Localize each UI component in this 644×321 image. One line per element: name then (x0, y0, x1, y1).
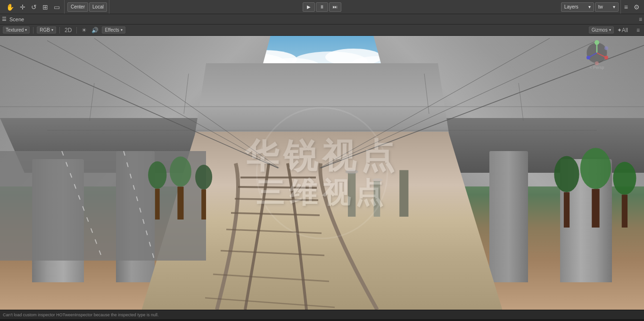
play-button[interactable]: ▶ (303, 2, 315, 12)
rgb-label: RGB (40, 27, 50, 33)
rgb-dropdown[interactable]: RGB ▾ (37, 26, 56, 34)
effects-arrow-icon: ▾ (121, 28, 123, 32)
gizmos-arrow-icon: ▾ (609, 28, 611, 32)
textured-arrow-icon: ▾ (25, 28, 27, 32)
gizmos-dropdown[interactable]: Gizmos ▾ (589, 26, 614, 34)
effects-label: Effects (105, 27, 119, 33)
rail-platform (142, 132, 503, 310)
gizmo-widget: y < Persp (583, 40, 611, 68)
textured-dropdown[interactable]: Textured ▾ (3, 26, 30, 34)
scene-viewport[interactable]: 华锐视点 三维视点 y < Persp (0, 36, 644, 310)
svg-point-58 (604, 46, 608, 50)
expand-button[interactable]: ≡ (622, 2, 630, 12)
main-toolbar: ✋ ✛ ↺ ⊞ ▭ Center Local ▶ ⏸ ⏭ Layers ▾ tw… (0, 0, 644, 14)
sun-button[interactable]: ☀ (80, 26, 88, 34)
pillar-left-1 (32, 159, 83, 282)
status-bar: Can't load custom inspector HOTweenInspe… (0, 310, 644, 319)
separator-2 (59, 27, 60, 34)
scene-toolbar: Textured ▾ RGB ▾ 2D ☀ 🔊 Effects ▾ Gizmos… (0, 25, 644, 36)
center-button[interactable]: Center (67, 2, 88, 12)
layers-label: Layers (564, 4, 578, 9)
svg-text:y: y (595, 41, 597, 45)
all-button[interactable]: ✦All (616, 26, 629, 34)
move-tool-button[interactable]: ✛ (17, 2, 28, 12)
pillar-left-2 (116, 151, 155, 282)
gizmo-svg: y (583, 40, 611, 68)
audio-button[interactable]: 🔊 (90, 26, 100, 34)
transform-tools-group: ✋ ✛ ↺ ⊞ ▭ (2, 0, 65, 14)
separator-1 (33, 27, 33, 34)
svg-point-56 (586, 56, 590, 59)
hand-tool-button[interactable]: ✋ (4, 2, 17, 12)
scene-title: Scene (9, 17, 24, 22)
textured-label: Textured (6, 27, 24, 33)
settings-button[interactable]: ⚙ (631, 2, 642, 12)
rect-tool-button[interactable]: ▭ (51, 2, 62, 12)
effects-dropdown[interactable]: Effects ▾ (102, 26, 125, 34)
scale-tool-button[interactable]: ⊞ (40, 2, 50, 12)
scene-title-bar: ☰ Scene ≡ (0, 14, 644, 25)
layers-group: Layers ▾ tw ▾ (559, 0, 621, 14)
tw-dropdown[interactable]: tw ▾ (595, 2, 619, 12)
layers-dropdown[interactable]: Layers ▾ (561, 2, 594, 12)
playback-controls: ▶ ⏸ ⏭ (303, 2, 341, 12)
svg-point-57 (595, 61, 599, 65)
tw-arrow-icon: ▾ (613, 4, 615, 9)
step-button[interactable]: ⏭ (329, 2, 341, 12)
svg-point-54 (604, 56, 608, 59)
pivot-group: Center Local (66, 0, 109, 14)
scene-collapse-button[interactable]: ≡ (639, 16, 642, 23)
pillar-right-2 (489, 151, 528, 282)
tw-label: tw (598, 4, 603, 9)
local-button[interactable]: Local (89, 2, 107, 12)
status-message: Can't load custom inspector HOTweenInspe… (3, 313, 158, 317)
pillar-right-1 (560, 159, 611, 282)
layers-arrow-icon: ▾ (588, 4, 591, 9)
pause-button[interactable]: ⏸ (316, 2, 328, 12)
2d-button[interactable]: 2D (63, 26, 73, 34)
scene-title-icon: ☰ (2, 16, 7, 22)
persp-label: < Persp (589, 65, 604, 70)
scene-expand-button[interactable]: ≡ (635, 26, 641, 34)
rotate-tool-button[interactable]: ↺ (29, 2, 39, 12)
gizmos-label: Gizmos (592, 27, 608, 33)
separator-3 (76, 27, 77, 34)
rgb-arrow-icon: ▾ (51, 28, 53, 32)
